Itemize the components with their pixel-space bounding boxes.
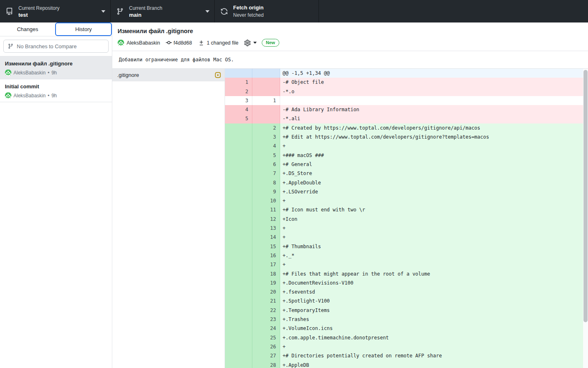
new-line-number: 10 [252,196,280,205]
diff-row-added[interactable]: 8+.AppleDouble [225,178,583,187]
branch-name: main [129,11,202,18]
diff-row-added[interactable]: 15+# Thumbnails [225,242,583,251]
old-line-number [225,351,252,360]
diff-row-added[interactable]: 23+.Trashes [225,315,583,324]
new-line-number: 22 [252,306,280,315]
diff-line-text: +# Icon must end with two \r [280,205,583,214]
github-desktop-window: Current Repository test Current Branch m… [0,0,588,368]
new-line-number [252,69,280,78]
commit-options-button[interactable] [244,40,257,46]
chevron-down-icon [253,42,257,44]
diff-row-removed[interactable]: 2-*.o [225,87,583,96]
avatar [118,40,124,46]
diff-row-context[interactable]: 31 [225,96,583,105]
diff-line-text: + [280,342,583,351]
diff-line-text: +# General [280,160,583,169]
commit-header: Изменили файл .gitignore AleksBabaskin f… [112,22,588,51]
diff-row-added[interactable]: 11+# Icon must end with two \r [225,205,583,214]
new-line-number: 2 [252,123,280,132]
repository-switcher[interactable]: Current Repository test [0,0,111,22]
diff-line-text: -# Ada Library Information [280,105,583,114]
commit-list-item[interactable]: Initial commit AleksBabaskin • 9h [0,79,112,102]
diff-row-added[interactable]: 17+ [225,260,583,269]
new-line-number: 26 [252,342,280,351]
diff-scrollbar-track[interactable] [583,69,588,368]
diff-line-text: + [280,233,583,242]
branch-switcher[interactable]: Current Branch main [111,0,215,22]
new-line-number: 6 [252,160,280,169]
diff-row-added[interactable]: 24+.VolumeIcon.icns [225,324,583,333]
gear-icon [244,40,251,46]
diff-row-removed[interactable]: 1-# Object file [225,78,583,87]
new-badge: New [262,39,279,47]
commit-sha[interactable]: f4d8d68 [174,40,192,46]
old-line-number [225,306,252,315]
commit-title: Initial commit [5,83,107,90]
tab-changes[interactable]: Changes [0,22,55,36]
old-line-number [225,151,252,160]
old-line-number [225,224,252,233]
diff-row-added[interactable]: 13+ [225,224,583,233]
new-line-number: 21 [252,296,280,305]
diff-row-removed[interactable]: 4-# Ada Library Information [225,105,583,114]
old-line-number [225,69,252,78]
diff-row-added[interactable]: 19+.DocumentRevisions-V100 [225,278,583,287]
diff-row-added[interactable]: 16+._* [225,251,583,260]
commit-detail-title: Изменили файл .gitignore [118,27,581,35]
diff-row-added[interactable]: 10+ [225,196,583,205]
diff-row-added[interactable]: 6+# General [225,160,583,169]
diff-row-added[interactable]: 26+ [225,342,583,351]
diff-line-text: +# Thumbnails [280,242,583,251]
diff-row-added[interactable]: 28+.AppleDB [225,361,583,368]
diff-row-added[interactable]: 12+Icon [225,215,583,224]
diff-row-added[interactable]: 4+ [225,141,583,150]
repository-name: test [18,11,98,18]
toolbar: Current Repository test Current Branch m… [0,0,588,22]
commit-list-item[interactable]: Изменили файл .gitignore AleksBabaskin •… [0,56,112,79]
diff-row-hunk[interactable]: @@ -1,5 +1,34 @@ [225,69,583,78]
old-line-number [225,342,252,351]
fetch-label: Fetch origin [233,4,314,11]
new-line-number [252,105,280,114]
file-name: .gitignore [117,72,215,78]
diff-row-added[interactable]: 3+# Edit at https://www.toptal.com/devel… [225,132,583,141]
fetch-origin-button[interactable]: Fetch origin Never fetched [215,0,319,22]
diff-row-added[interactable]: 14+ [225,233,583,242]
commit-sha-group: f4d8d68 [166,40,192,46]
new-line-number: 8 [252,178,280,187]
new-line-number: 24 [252,324,280,333]
diff-row-added[interactable]: 9+.LSOverride [225,187,583,196]
diff-row-added[interactable]: 22+.TemporaryItems [225,306,583,315]
repo-icon [6,8,13,15]
branch-compare-placeholder: No Branches to Compare [17,43,77,49]
diff-row-added[interactable]: 20+.fseventsd [225,287,583,296]
new-line-number: 4 [252,141,280,150]
old-line-number [225,269,252,278]
diff-row-added[interactable]: 25+.com.apple.timemachine.donotpresent [225,333,583,342]
branch-compare-selector[interactable]: No Branches to Compare [3,40,109,53]
new-line-number: 28 [252,361,280,368]
diff-row-added[interactable]: 27+# Directories potentially created on … [225,351,583,360]
old-line-number [225,233,252,242]
diff-view: @@ -1,5 +1,34 @@1-# Object file2-*.o314-… [225,69,588,368]
diff-line-text: +.Trashes [280,315,583,324]
new-line-number: 18 [252,269,280,278]
diff-line-text: + [280,196,583,205]
new-line-number: 16 [252,251,280,260]
new-line-number: 15 [252,242,280,251]
diff-row-added[interactable]: 7+.DS_Store [225,169,583,178]
new-line-number [252,87,280,96]
diff-row-removed[interactable]: 5-*.ali [225,114,583,123]
old-line-number: 2 [225,87,252,96]
commit-time: 9h [51,70,57,76]
diff-line-text: -# Object file [280,78,583,87]
tab-history[interactable]: History [55,22,112,36]
diff-scrollbar-thumb[interactable] [584,70,588,322]
sidebar-tabbar: Changes History [0,22,112,36]
diff-row-added[interactable]: 2+# Created by https://www.toptal.com/de… [225,123,583,132]
diff-row-added[interactable]: 5+### macOS ### [225,151,583,160]
diff-row-added[interactable]: 18+# Files that might appear in the root… [225,269,583,278]
diff-row-added[interactable]: 21+.Spotlight-V100 [225,296,583,305]
file-row-gitignore[interactable]: .gitignore [112,69,225,81]
diff-line-text: +.DocumentRevisions-V100 [280,278,583,287]
